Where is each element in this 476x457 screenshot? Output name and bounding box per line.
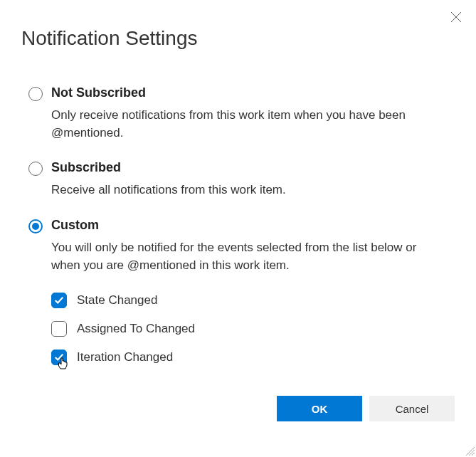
option-title: Custom: [51, 218, 99, 233]
radio-not-subscribed[interactable]: [28, 87, 43, 101]
custom-events-list: State Changed Assigned To Changed Iterat…: [51, 293, 448, 365]
cancel-button[interactable]: Cancel: [369, 396, 455, 421]
svg-line-3: [469, 450, 475, 456]
radio-custom[interactable]: [28, 219, 43, 233]
resize-grip-icon[interactable]: [463, 444, 475, 456]
event-iteration-changed[interactable]: Iteration Changed: [51, 350, 448, 365]
close-button[interactable]: [449, 10, 463, 24]
dialog-title: Notification Settings: [21, 27, 455, 50]
checkbox-iteration-changed[interactable]: [51, 350, 67, 365]
option-not-subscribed[interactable]: Not Subscribed: [28, 85, 448, 101]
option-description: Receive all notifications from this work…: [51, 182, 448, 199]
svg-line-4: [472, 453, 475, 456]
option-custom[interactable]: Custom: [28, 218, 448, 233]
option-description: You will only be notified for the events…: [51, 239, 448, 274]
ok-button[interactable]: OK: [277, 396, 362, 421]
options-group: Not Subscribed Only receive notification…: [21, 85, 455, 378]
option-description: Only receive notifications from this wor…: [51, 107, 448, 142]
notification-settings-dialog: Notification Settings Not Subscribed Onl…: [0, 0, 476, 457]
dialog-footer: OK Cancel: [21, 396, 455, 436]
checkbox-label: Iteration Changed: [77, 350, 173, 364]
checkbox-assigned-to-changed[interactable]: [51, 321, 67, 337]
option-subscribed[interactable]: Subscribed: [28, 160, 448, 176]
check-icon: [54, 352, 64, 362]
event-assigned-to-changed[interactable]: Assigned To Changed: [51, 321, 448, 337]
close-icon: [450, 11, 462, 23]
radio-subscribed[interactable]: [28, 162, 43, 176]
event-state-changed[interactable]: State Changed: [51, 293, 448, 308]
option-title: Not Subscribed: [51, 85, 146, 100]
checkbox-label: State Changed: [77, 293, 157, 308]
checkbox-label: Assigned To Changed: [77, 322, 195, 336]
option-title: Subscribed: [51, 160, 121, 175]
check-icon: [54, 295, 64, 305]
checkbox-state-changed[interactable]: [51, 293, 67, 308]
